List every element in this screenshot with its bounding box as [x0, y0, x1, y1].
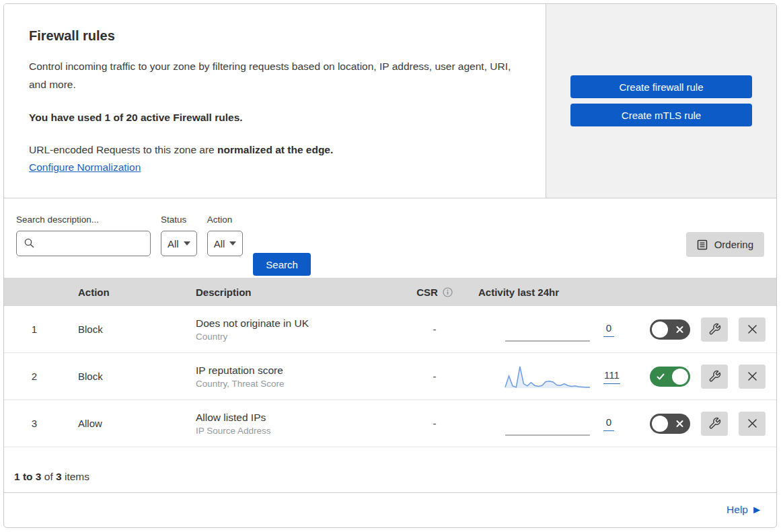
wrench-icon [708, 417, 721, 430]
column-csr: CSR [398, 287, 472, 298]
ordering-button-label: Ordering [714, 239, 753, 250]
header-section: Firewall rules Control incoming traffic … [4, 4, 776, 198]
rule-description-link[interactable]: Allow listed IPs [196, 412, 398, 424]
action-label: Action [207, 215, 244, 225]
normalization-bold-text: normalized at the edge. [217, 144, 333, 155]
delete-rule-button[interactable] [739, 412, 766, 436]
activity-sparkline [504, 363, 591, 390]
rule-priority: 1 [4, 324, 65, 335]
page-description: Control incoming traffic to your zone by… [29, 57, 519, 93]
close-icon [747, 371, 758, 382]
normalization-note: URL-encoded Requests to this zone are no… [29, 144, 519, 156]
rule-priority: 2 [4, 371, 65, 382]
list-icon [697, 239, 708, 250]
create-firewall-rule-button[interactable]: Create firewall rule [570, 75, 752, 98]
search-button[interactable]: Search [253, 253, 311, 276]
rule-fields: IP Source Address [196, 426, 398, 436]
chevron-down-icon [184, 241, 190, 245]
status-dropdown-value: All [168, 238, 179, 250]
search-label: Search description... [16, 215, 151, 225]
wrench-icon [708, 323, 721, 336]
rule-fields: Country [196, 332, 398, 342]
table-row: 2 Block IP reputation score Country, Thr… [4, 353, 776, 400]
filter-bar: Search description... Status All Action … [4, 198, 776, 278]
table-footer: 1 to 3 of 3 items [4, 447, 776, 493]
edit-rule-button[interactable] [701, 412, 728, 436]
delete-rule-button[interactable] [739, 317, 766, 342]
toggle-knob [652, 321, 668, 338]
activity-sparkline [504, 316, 591, 343]
help-link[interactable]: Help ▶ [727, 504, 760, 516]
table-header: Action Description CSR Activity last 24h… [4, 278, 776, 306]
firewall-rules-card: Firewall rules Control incoming traffic … [3, 3, 777, 528]
x-icon [675, 325, 684, 334]
action-dropdown[interactable]: All [207, 231, 244, 256]
column-action: Action [65, 287, 182, 298]
check-icon [656, 372, 665, 381]
activity-sparkline [504, 410, 591, 437]
column-csr-label: CSR [416, 287, 438, 298]
edit-rule-button[interactable] [701, 365, 728, 389]
activity-count-link[interactable]: 0 [603, 322, 614, 337]
action-dropdown-value: All [214, 238, 225, 250]
x-icon [675, 419, 684, 428]
status-filter-group: Status All [161, 215, 197, 256]
close-icon [747, 418, 758, 429]
rule-description-link[interactable]: IP reputation score [196, 365, 398, 377]
rule-enabled-toggle[interactable] [650, 414, 690, 434]
rule-enabled-toggle[interactable] [650, 367, 690, 387]
search-input[interactable] [16, 231, 151, 256]
rule-action: Allow [65, 418, 182, 429]
table-row: 1 Block Does not originate in UK Country… [4, 306, 776, 353]
delete-rule-button[interactable] [739, 365, 766, 389]
items-total: 3 [56, 471, 62, 482]
chevron-down-icon [229, 241, 236, 245]
activity-count-link[interactable]: 111 [603, 369, 620, 384]
action-filter-group: Action All [207, 215, 244, 256]
table-body: 1 Block Does not originate in UK Country… [4, 306, 776, 447]
column-activity: Activity last 24hr [472, 287, 766, 298]
column-description: Description [182, 287, 398, 298]
ordering-button[interactable]: Ordering [686, 232, 764, 257]
rule-csr-value: - [398, 324, 472, 335]
edit-rule-button[interactable] [701, 317, 728, 342]
search-group: Search description... [16, 215, 151, 256]
help-row: Help ▶ [4, 493, 776, 526]
actions-panel: Create firewall rule Create mTLS rule [546, 4, 776, 198]
items-text: items [62, 471, 89, 482]
rule-enabled-toggle[interactable] [650, 319, 690, 340]
status-label: Status [161, 215, 197, 225]
close-icon [747, 324, 758, 335]
items-range: 1 to 3 [14, 471, 41, 482]
help-link-label: Help [727, 504, 748, 516]
activity-count-link[interactable]: 0 [603, 416, 614, 431]
info-icon[interactable] [443, 287, 453, 297]
arrow-right-icon: ▶ [753, 504, 760, 515]
usage-summary: You have used 1 of 20 active Firewall ru… [29, 112, 519, 124]
rule-action: Block [65, 324, 182, 335]
toggle-knob [672, 369, 688, 385]
rule-csr-value: - [398, 371, 472, 382]
toggle-knob [652, 416, 668, 432]
wrench-icon [708, 370, 721, 383]
search-icon [24, 237, 35, 249]
rule-csr-value: - [398, 418, 472, 429]
rule-fields: Country, Threat Score [196, 379, 398, 389]
rule-description-link[interactable]: Does not originate in UK [196, 317, 398, 330]
create-mtls-rule-button[interactable]: Create mTLS rule [570, 104, 752, 126]
header-text-panel: Firewall rules Control incoming traffic … [4, 4, 546, 198]
rule-action: Block [65, 371, 182, 382]
status-dropdown[interactable]: All [161, 231, 197, 256]
table-row: 3 Allow Allow listed IPs IP Source Addre… [4, 400, 776, 447]
rule-priority: 3 [4, 418, 65, 429]
configure-normalization-link[interactable]: Configure Normalization [29, 161, 141, 173]
of-text: of [41, 471, 56, 482]
page-title: Firewall rules [29, 28, 519, 44]
normalization-text: URL-encoded Requests to this zone are [29, 144, 217, 155]
